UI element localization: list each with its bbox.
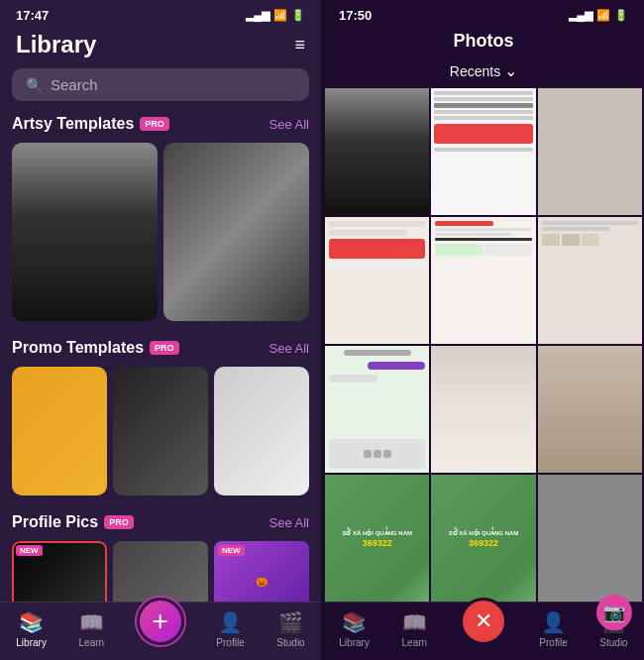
profile-pro-badge: PRO <box>104 515 134 529</box>
chevron-down-icon: ⌄ <box>504 61 517 80</box>
promo-template-2[interactable] <box>113 367 208 495</box>
page-title-right: Photos <box>454 31 514 51</box>
photo-7[interactable] <box>325 346 429 473</box>
artsy-section-header: Artsy Templates PRO See All <box>12 115 309 133</box>
nav-plus-button[interactable]: + <box>137 598 184 645</box>
profile-card-2[interactable] <box>113 541 208 602</box>
photo-grid: SỞ XÃ HỘI QUẢNG NAM 369322 SỞ XÃ HỘI QUẢ… <box>323 88 644 602</box>
photo-8[interactable] <box>431 346 535 473</box>
lottery-text-2: SỞ XÃ HỘI QUẢNG NAM 369322 <box>449 529 519 548</box>
search-placeholder: Search <box>51 76 98 93</box>
bottom-nav-left: 📚 Library 📖 Learn + 👤 Profile 🎬 Studio <box>0 602 321 660</box>
photo-10[interactable]: SỞ XÃ HỘI QUẢNG NAM 369322 <box>325 475 429 602</box>
photo-man-topless-img <box>538 346 642 473</box>
photo-12[interactable] <box>538 475 642 602</box>
library-icon-right: 📚 <box>342 610 367 634</box>
profile-img-2 <box>113 541 208 602</box>
nav-learn-label-right: Learn <box>402 637 428 648</box>
promo-pro-badge: PRO <box>150 341 179 355</box>
nav-library-label: Library <box>16 637 47 648</box>
battery-icon: 🔋 <box>291 9 305 22</box>
nav-learn-label: Learn <box>79 637 105 648</box>
photo-4[interactable] <box>325 217 429 344</box>
photo-lottery-1: SỞ XÃ HỘI QUẢNG NAM 369322 <box>325 475 429 602</box>
search-bar[interactable]: 🔍 Search <box>12 68 309 101</box>
photo-chat-img <box>325 346 429 473</box>
left-panel: 17:47 ▂▄▆ 📶 🔋 Library ≡ 🔍 Search Artsy T… <box>0 0 321 660</box>
artsy-img-1 <box>12 143 158 321</box>
library-icon: 📚 <box>19 610 44 634</box>
photo-1[interactable] <box>325 88 429 215</box>
photo-fashion-img <box>325 88 429 215</box>
promo-img-2 <box>113 367 208 495</box>
nav-studio-left[interactable]: 🎬 Studio <box>276 610 304 648</box>
bottom-nav-right: 📚 Library 📖 Learn ✕ 👤 Profile 🎬 Studio 📷 <box>323 602 644 660</box>
artsy-title: Artsy Templates PRO <box>12 115 169 133</box>
artsy-template-1[interactable] <box>12 143 158 321</box>
photo-6[interactable] <box>538 217 642 344</box>
promo-template-1[interactable] <box>12 367 107 495</box>
status-bar-left: 17:47 ▂▄▆ 📶 🔋 <box>0 0 321 27</box>
promo-img-1 <box>12 367 107 495</box>
promo-img-3 <box>214 367 309 495</box>
learn-icon-right: 📖 <box>402 610 427 634</box>
wifi-icon-right: 📶 <box>596 9 610 22</box>
studio-icon: 🎬 <box>278 610 303 634</box>
photo-5[interactable] <box>431 217 535 344</box>
battery-icon-right: 🔋 <box>614 9 628 22</box>
nav-profile-right[interactable]: 👤 Profile <box>539 610 567 648</box>
artsy-template-2[interactable] <box>163 143 309 321</box>
nav-library-label-right: Library <box>339 637 370 648</box>
photo-3[interactable] <box>538 88 642 215</box>
promo-title: Promo Templates PRO <box>12 339 179 357</box>
promo-template-3[interactable] <box>214 367 309 495</box>
nav-library-right[interactable]: 📚 Library <box>339 610 370 648</box>
nav-profile-left[interactable]: 👤 Profile <box>216 610 244 648</box>
close-button[interactable]: ✕ <box>460 598 507 645</box>
hamburger-icon[interactable]: ≡ <box>294 35 305 55</box>
promo-section-header: Promo Templates PRO See All <box>12 339 309 357</box>
artsy-img-2 <box>163 143 309 321</box>
photo-9[interactable] <box>538 346 642 473</box>
time-left: 17:47 <box>16 8 49 23</box>
photo-receipt-img <box>431 88 535 215</box>
wifi-icon: 📶 <box>273 9 287 22</box>
profile-icon-right: 👤 <box>541 610 566 634</box>
nav-profile-label-right: Profile <box>539 637 567 648</box>
profile-cards-grid: NEW 🎃 NEW <box>12 541 309 602</box>
recents-label: Recents <box>450 63 500 79</box>
nav-learn-left[interactable]: 📖 Learn <box>79 610 105 648</box>
nav-studio-label: Studio <box>276 637 304 648</box>
nav-library-left[interactable]: 📚 Library <box>16 610 47 648</box>
nav-learn-right[interactable]: 📖 Learn <box>402 610 428 648</box>
photo-lottery-2: SỞ XÃ HỘI QUẢNG NAM 369322 <box>431 475 535 602</box>
lottery-text-1: SỞ XÃ HỘI QUẢNG NAM 369322 <box>342 529 412 548</box>
profile-see-all[interactable]: See All <box>269 515 309 530</box>
profile-nav-icon: 👤 <box>218 610 243 634</box>
new-badge-3: NEW <box>218 545 245 556</box>
profile-card-3[interactable]: 🎃 NEW <box>214 541 309 602</box>
recents-bar[interactable]: Recents ⌄ <box>323 57 644 88</box>
photo-man-white-img <box>431 346 535 473</box>
camera-icon: 📷 <box>603 602 625 623</box>
header-right: Photos <box>323 27 644 57</box>
status-icons-left: ▂▄▆ 📶 🔋 <box>246 9 305 22</box>
right-panel: 17:50 ▂▄▆ 📶 🔋 Photos Recents ⌄ <box>323 0 644 660</box>
nav-profile-label: Profile <box>216 637 244 648</box>
promo-see-all[interactable]: See All <box>269 341 309 356</box>
signal-icon: ▂▄▆ <box>246 9 269 22</box>
photo-2[interactable] <box>431 88 535 215</box>
nav-studio-label-right: Studio <box>599 637 627 648</box>
signal-icon-right: ▂▄▆ <box>569 9 592 22</box>
artsy-template-grid <box>12 143 309 321</box>
camera-button[interactable]: 📷 <box>596 595 632 630</box>
header-left: Library ≡ <box>0 27 321 68</box>
artsy-see-all[interactable]: See All <box>269 117 309 132</box>
time-right: 17:50 <box>339 8 372 23</box>
profile-card-1[interactable]: NEW <box>12 541 107 602</box>
photo-11[interactable]: SỞ XÃ HỘI QUẢNG NAM 369322 <box>431 475 535 602</box>
artsy-pro-badge: PRO <box>140 117 169 131</box>
search-icon: 🔍 <box>26 77 43 93</box>
learn-icon: 📖 <box>79 610 104 634</box>
status-bar-right: 17:50 ▂▄▆ 📶 🔋 <box>323 0 644 27</box>
